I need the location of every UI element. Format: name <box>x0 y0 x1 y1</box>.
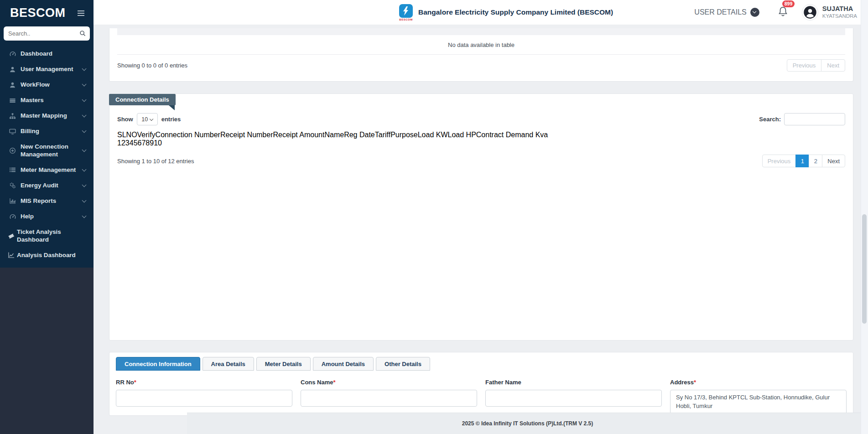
main-area: BESCOM Bangalore Electricity Supply Comp… <box>94 0 868 434</box>
sidebar: BESCOM DashboardUser ManagementWorkFlowM… <box>0 0 94 434</box>
sidebar-item-meter-management[interactable]: Meter Management <box>0 162 94 178</box>
notification-count-badge: 899 <box>782 0 795 8</box>
sidebar-item-workflow[interactable]: WorkFlow <box>0 77 94 93</box>
address-textarea[interactable]: Sy No 17/3, Behind KPTCL Sub-Station, Ho… <box>670 390 847 414</box>
field-label: Cons Name* <box>301 379 336 386</box>
table-search-label: Search: <box>759 116 781 123</box>
plus-circle-icon <box>9 147 18 154</box>
empty-table-message: No data available in table <box>117 35 845 55</box>
chevron-down-icon <box>82 213 87 218</box>
tab-meter-details[interactable]: Meter Details <box>256 357 311 371</box>
tab-other-details[interactable]: Other Details <box>376 357 430 371</box>
user-name: SUJATHA <box>822 5 857 13</box>
sidebar-search-input[interactable] <box>4 26 90 41</box>
field-rr-no: RR No* <box>116 378 292 414</box>
table-summary: Showing 1 to 10 of 12 entries <box>117 158 194 165</box>
field-label: Address* <box>670 379 696 386</box>
company-brand: BESCOM Bangalore Electricity Supply Comp… <box>398 3 613 22</box>
list-bars-icon <box>9 97 18 104</box>
tab-area-details[interactable]: Area Details <box>203 357 254 371</box>
pagination-next[interactable]: Next <box>822 155 845 167</box>
sidebar-item-master-mapping[interactable]: Master Mapping <box>0 108 94 124</box>
cons-name-input[interactable] <box>301 390 477 407</box>
chevron-down-icon <box>82 82 87 87</box>
table-search-input[interactable] <box>784 113 845 125</box>
chevron-down-icon <box>82 113 87 118</box>
list-icon <box>9 166 18 173</box>
empty-table-card: No data available in table Showing 0 to … <box>109 28 853 82</box>
rr-no-input[interactable] <box>116 390 292 407</box>
tab-connection-information[interactable]: Connection Information <box>116 357 200 371</box>
chevron-down-icon <box>82 182 87 187</box>
sidebar-item-help[interactable]: Help <box>0 209 94 224</box>
page-title: Bangalore Electricity Supply Company Lim… <box>418 8 613 16</box>
pagination-previous[interactable]: Previous <box>762 155 796 167</box>
chevron-down-icon <box>150 117 153 120</box>
father-name-input[interactable] <box>485 390 662 407</box>
details-form-card: Connection InformationArea DetailsMeter … <box>109 352 853 416</box>
user-name-block: SUJATHA KYATSANDRA <box>822 5 857 19</box>
show-label: Show <box>117 116 133 123</box>
sidebar-item-masters[interactable]: Masters <box>0 93 94 108</box>
sidebar-item-energy-audit[interactable]: Energy Audit <box>0 178 94 193</box>
speedometer-icon <box>9 50 18 57</box>
chevron-down-icon <box>82 198 87 202</box>
user-details-dropdown[interactable]: USER DETAILS <box>694 8 759 17</box>
sidebar-menu: DashboardUser ManagementWorkFlowMastersM… <box>0 45 94 263</box>
required-asterisk: * <box>333 379 336 386</box>
pagination-page-2[interactable]: 2 <box>809 155 822 167</box>
field-cons-name: Cons Name* <box>301 378 477 414</box>
search-icon[interactable] <box>79 30 86 38</box>
empty-table-summary: Showing 0 to 0 of 0 entries <box>117 62 187 69</box>
field-label: Father Name <box>485 379 521 386</box>
chevron-down-icon <box>82 129 87 133</box>
entries-label: entries <box>161 116 181 123</box>
form-tabs: Connection InformationArea DetailsMeter … <box>116 357 847 371</box>
sidebar-item-dashboard[interactable]: Dashboard <box>0 46 94 62</box>
avatar[interactable] <box>802 4 818 21</box>
bar-chart-icon <box>9 197 18 204</box>
user-icon <box>9 66 18 73</box>
line-chart-icon <box>8 252 16 258</box>
connection-details-table: SLNOVerifyConnection NumberReceipt Numbe… <box>117 131 845 147</box>
page-footer: 2025 © Idea Infinity IT Solutions (P)Ltd… <box>187 413 868 434</box>
notifications-button[interactable]: 899 <box>777 5 789 20</box>
previous-button[interactable]: Previous <box>787 59 822 72</box>
user-details-label: USER DETAILS <box>694 8 746 16</box>
pagination: Previous12Next <box>762 155 845 167</box>
user-surname: KYATSANDRA <box>822 13 857 20</box>
section-title-badge: Connection Details <box>109 94 176 105</box>
bescom-logo: BESCOM <box>398 3 414 22</box>
copyright-text: 2025 © Idea Infinity IT Solutions (P)Ltd… <box>462 420 593 427</box>
field-label: RR No* <box>116 379 136 386</box>
chevron-down-circle-icon <box>750 8 759 17</box>
empty-table-header-strip <box>117 28 845 35</box>
user-icon <box>9 82 18 88</box>
bescom-logo-caption: BESCOM <box>399 18 412 21</box>
form-row: RR No*Cons Name*Father NameAddress*Sy No… <box>116 378 847 414</box>
sidebar-item-ticket-analysis-dashboard[interactable]: Ticket Analysis Dashboard <box>0 224 94 248</box>
brand-logo-text: BESCOM <box>10 6 66 20</box>
sidebar-item-billing[interactable]: Billing <box>0 124 94 139</box>
tab-amount-details[interactable]: Amount Details <box>313 357 374 371</box>
bell-icon <box>777 11 789 19</box>
sidebar-item-mis-reports[interactable]: MIS Reports <box>0 193 94 209</box>
sidebar-top: BESCOM DashboardUser ManagementWorkFlowM… <box>0 0 94 268</box>
monitor-icon <box>9 128 18 135</box>
scrollbar-thumb[interactable] <box>862 214 867 324</box>
top-header: BESCOM Bangalore Electricity Supply Comp… <box>94 0 868 25</box>
person-icon <box>803 5 817 19</box>
sidebar-item-new-connection-management[interactable]: New Connection Management <box>0 139 94 162</box>
sidebar-item-user-management[interactable]: User Management <box>0 62 94 77</box>
header-actions: USER DETAILS 899 SUJATHA KYATSANDRA <box>694 4 868 21</box>
sidebar-item-analysis-dashboard[interactable]: Analysis Dashboard <box>0 248 94 263</box>
chevron-down-icon <box>82 67 87 71</box>
next-button[interactable]: Next <box>821 59 845 72</box>
chevron-down-icon <box>82 98 87 102</box>
hamburger-menu-icon[interactable] <box>78 9 84 17</box>
table-header-row: SLNOVerifyConnection NumberReceipt Numbe… <box>117 131 845 139</box>
pagination-page-1[interactable]: 1 <box>795 155 809 167</box>
gears-icon <box>9 182 18 189</box>
scrollbar-track[interactable] <box>861 0 868 434</box>
page-size-select[interactable]: 10 <box>137 113 158 125</box>
